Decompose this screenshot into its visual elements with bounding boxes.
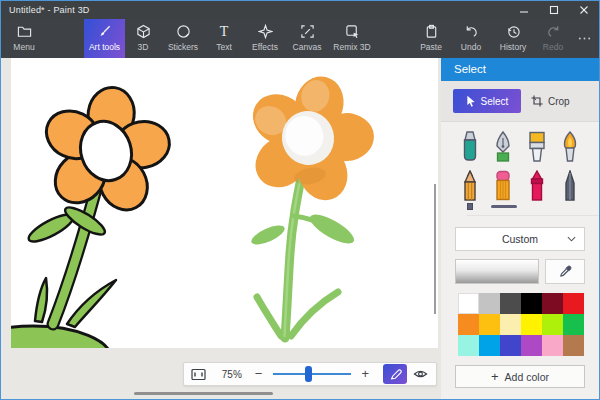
fit-to-window-button[interactable] [189,364,207,384]
brush-page-current[interactable] [491,205,517,208]
crayon-icon [525,170,549,202]
palette-swatch[interactable] [521,293,542,314]
folder-icon [17,24,32,39]
minimize-button[interactable] [509,1,539,19]
palette-swatch[interactable] [563,293,584,314]
canvas-artwork [11,58,438,348]
palette-swatch[interactable] [500,314,521,335]
eye-icon [413,368,428,380]
eraser-brush[interactable] [490,169,516,202]
palette-swatch[interactable] [542,335,563,356]
maximize-button[interactable] [539,1,569,19]
chevron-down-icon [567,236,576,242]
select-mode-button[interactable]: Select [453,89,521,113]
eyedropper-icon [559,265,572,278]
calligraphy-pen-brush[interactable] [490,130,516,163]
titlebar: Untitled* - Paint 3D [1,1,599,19]
palette-swatch[interactable] [542,293,563,314]
toolbar-paste[interactable]: Paste [413,19,449,58]
add-color-button[interactable]: + Add color [455,365,585,388]
palette-swatch[interactable] [563,335,584,356]
history-clock-icon [506,24,521,39]
pen-icon [389,368,402,381]
pixel-pen-brush[interactable] [557,169,583,202]
selection-mode-section: Select Crop [441,81,599,122]
oil-brush-icon [558,131,582,163]
palette-swatch[interactable] [458,293,479,314]
current-color-row [455,259,585,284]
brush-pages-indicator[interactable] [467,204,599,216]
selected-color-swatch[interactable] [455,259,539,284]
side-panel: Select Select Crop [441,58,599,399]
maximize-icon [549,5,559,15]
palette-swatch[interactable] [521,314,542,335]
palette-swatch[interactable] [500,335,521,356]
text-icon: T [220,24,229,39]
palette-swatch[interactable] [458,314,479,335]
view-eye-button[interactable] [409,364,431,384]
clipboard-icon [424,24,439,39]
toolbar-more-button[interactable] [571,19,597,58]
cursor-arrow-icon [466,95,476,107]
palette-swatch[interactable] [479,335,500,356]
toolbar-art-tools[interactable]: Art tools [84,19,125,58]
zoom-toolbar: 75% − + [183,362,437,386]
color-palette [458,293,584,356]
plus-icon: + [491,370,499,383]
zoom-in-button[interactable]: + [357,364,373,384]
pen-mode-button[interactable] [383,364,407,384]
palette-swatch[interactable] [500,293,521,314]
calligraphy-pen-icon [491,131,515,163]
zoom-slider[interactable] [273,364,351,384]
color-style-dropdown[interactable]: Custom [455,227,585,251]
zoom-out-button[interactable]: − [250,364,266,384]
zoom-slider-thumb[interactable] [305,366,312,382]
close-icon [579,5,589,15]
zoom-level: 75% [217,369,246,380]
undo-arrow-icon [464,24,479,39]
eraser-icon [491,170,515,202]
toolbar-stickers[interactable]: Stickers [161,19,205,58]
flower-3d[interactable] [243,71,375,338]
color-style-value: Custom [502,233,538,245]
crayon-brush[interactable] [524,169,550,202]
sticker-icon [176,24,191,39]
toolbar-history[interactable]: History [493,19,533,58]
panel-title: Select [441,58,599,81]
brush-page-dot[interactable] [467,203,473,210]
cube-icon [136,24,151,39]
toolbar-3d[interactable]: 3D [129,19,157,58]
palette-swatch[interactable] [479,314,500,335]
flower-2d[interactable] [11,84,173,348]
palette-swatch[interactable] [479,293,500,314]
horizontal-scrollbar[interactable] [134,392,273,395]
brush-grid [441,122,599,202]
window-title: Untitled* - Paint 3D [1,5,90,15]
toolbar-text[interactable]: T Text [209,19,239,58]
eyedropper-button[interactable] [545,259,585,284]
palette-swatch[interactable] [542,314,563,335]
vertical-scrollbar[interactable] [434,184,436,314]
palette-swatch[interactable] [521,335,542,356]
sparkle-icon [258,24,273,39]
palette-swatch[interactable] [563,314,584,335]
redo-arrow-icon [546,24,561,39]
brush-icon [97,24,112,39]
drawing-canvas[interactable] [11,58,438,348]
paint-brush-brush[interactable] [524,130,550,163]
crop-mode-button[interactable]: Crop [531,89,570,113]
toolbar-effects[interactable]: Effects [245,19,285,58]
marker-brush[interactable] [457,130,483,163]
close-button[interactable] [569,1,599,19]
zoom-slider-track[interactable] [273,373,351,375]
palette-swatch[interactable] [458,335,479,356]
oil-brush-brush[interactable] [557,130,583,163]
toolbar-undo[interactable]: Undo [453,19,489,58]
toolbar-redo: Redo [537,19,569,58]
toolbar: Menu Art tools 3D Stickers T Text Effect… [1,19,599,58]
toolbar-menu[interactable]: Menu [5,19,43,58]
toolbar-remix-3d[interactable]: Remix 3D [329,19,375,58]
ellipsis-icon [577,31,592,46]
toolbar-canvas[interactable]: Canvas [289,19,325,58]
pencil-brush[interactable] [457,169,483,202]
